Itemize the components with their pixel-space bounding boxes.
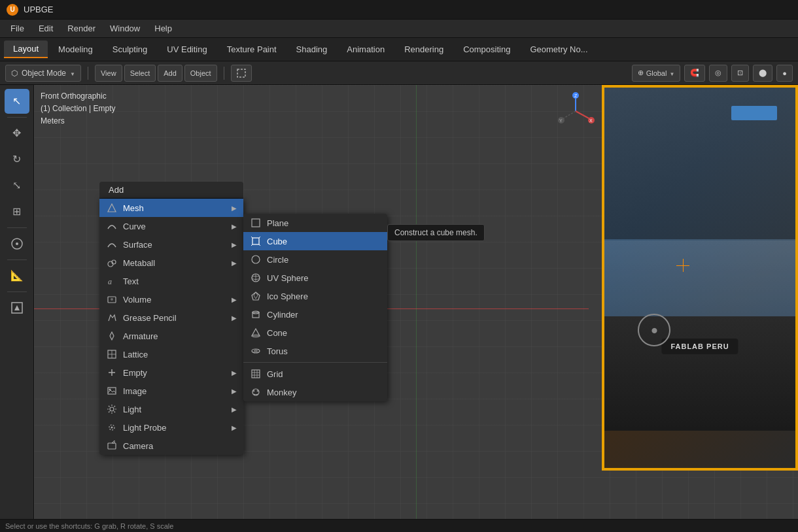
add-object-tool-btn[interactable] (5, 295, 29, 320)
tab-rendering[interactable]: Rendering (395, 41, 453, 58)
annotation-tool-btn[interactable] (5, 231, 29, 256)
menu-render[interactable]: Render (61, 22, 102, 35)
snap-btn[interactable]: 🧲 (684, 65, 705, 82)
view-button[interactable]: View (95, 65, 122, 82)
toolbar-separator-1 (88, 67, 88, 80)
select-button[interactable]: Select (124, 65, 156, 82)
svg-rect-0 (237, 69, 245, 77)
add-light-label: Light (123, 405, 141, 414)
add-metaball-label: Metaball (123, 258, 155, 268)
tab-sculpting[interactable]: Sculpting (103, 41, 156, 58)
collection-label: (1) Collection | Empty (41, 103, 116, 115)
menu-edit[interactable]: Edit (32, 22, 60, 35)
tab-layout[interactable]: Layout (4, 41, 48, 58)
mesh-cylinder-item[interactable]: Cylinder (243, 305, 387, 324)
tab-uv-editing[interactable]: UV Editing (158, 41, 216, 58)
add-mesh-item[interactable]: Mesh ▶ (99, 199, 243, 217)
transform-tool-btn[interactable]: ⊞ (5, 199, 29, 224)
nav-gizmo[interactable]: Z X Y (556, 91, 595, 131)
mesh-plane-label: Plane (267, 218, 288, 228)
add-curve-item[interactable]: Curve ▶ (99, 217, 243, 235)
add-light-probe-item[interactable]: Light Probe ▶ (99, 418, 243, 437)
scale-icon: ⤡ (12, 180, 21, 191)
uv-sphere-icon (250, 272, 262, 284)
mesh-cube-item[interactable]: Cube (243, 232, 387, 250)
transform-icon-left: ⊞ (12, 207, 21, 217)
nav-gizmo-icon: Z X Y (556, 91, 595, 131)
menu-help[interactable]: Help (148, 22, 179, 35)
tab-modeling[interactable]: Modeling (49, 41, 102, 58)
mesh-uv-sphere-item[interactable]: UV Sphere (243, 269, 387, 287)
add-image-item[interactable]: Image ▶ (99, 382, 243, 400)
mesh-plane-item[interactable]: Plane (243, 214, 387, 232)
tab-geometry-nodes[interactable]: Geometry No... (521, 41, 597, 58)
select-tool-btn[interactable]: ↖ (5, 89, 29, 114)
app-title: UPBGE (24, 5, 54, 14)
mesh-monkey-item[interactable]: Monkey (243, 383, 387, 401)
add-volume-item[interactable]: Volume ▶ (99, 290, 243, 308)
svg-point-2 (16, 242, 18, 245)
editor-type-selector[interactable]: ⬡ Object Mode (5, 65, 81, 82)
surface-icon (106, 239, 118, 250)
rotate-icon: ↻ (12, 154, 21, 165)
add-menu-header: Add (99, 182, 243, 199)
menu-window[interactable]: Window (103, 22, 147, 35)
mesh-icon (106, 202, 118, 214)
y-axis-line (416, 85, 417, 532)
add-light-probe-label: Light Probe (123, 423, 167, 433)
add-surface-item[interactable]: Surface ▶ (99, 235, 243, 254)
overlay-btn[interactable]: ⊡ (731, 65, 749, 82)
image-icon (106, 385, 118, 397)
cube-tooltip: Construct a cube mesh. (387, 224, 485, 241)
viewport-image-inner: FABLAB PERU ⬤ (603, 86, 797, 469)
add-camera-item[interactable]: Camera (99, 437, 243, 455)
add-light-item[interactable]: Light ▶ (99, 400, 243, 418)
viewport[interactable]: Front Orthographic (1) Collection | Empt… (34, 85, 798, 532)
title-bar: U UPBGE (0, 0, 798, 20)
mesh-grid-item[interactable]: Grid (243, 365, 387, 383)
proportional-btn[interactable]: ◎ (709, 65, 727, 82)
move-tool-btn[interactable]: ✥ (5, 121, 29, 146)
view-type-label: Front Orthographic (41, 90, 116, 103)
tab-animation[interactable]: Animation (338, 41, 394, 58)
tab-shading[interactable]: Shading (287, 41, 337, 58)
add-lattice-item[interactable]: Lattice (99, 345, 243, 363)
rotate-tool-btn[interactable]: ↻ (5, 147, 29, 172)
add-button[interactable]: Add (158, 65, 182, 82)
object-button[interactable]: Object (184, 65, 217, 82)
add-grease-pencil-item[interactable]: Grease Pencil ▶ (99, 308, 243, 327)
measure-tool-btn[interactable]: 📐 (5, 263, 29, 288)
svg-point-57 (254, 350, 258, 352)
main-layout: ↖ ✥ ↻ ⤡ ⊞ 📐 (0, 85, 798, 532)
light-probe-arrow-icon: ▶ (232, 424, 237, 431)
header-tabs: Layout Modeling Sculpting UV Editing Tex… (0, 38, 798, 61)
view-toolbar-group: View Select Add Object (95, 65, 217, 82)
svg-text:X: X (589, 118, 593, 123)
light-icon (106, 403, 118, 415)
menu-file[interactable]: File (4, 22, 31, 35)
add-armature-item[interactable]: Armature (99, 327, 243, 345)
tab-texture-paint[interactable]: Texture Paint (218, 41, 286, 58)
add-label: Add (164, 69, 177, 77)
svg-point-14 (108, 261, 113, 267)
add-empty-item[interactable]: Empty ▶ (99, 363, 243, 382)
transform-label: Global (646, 69, 667, 77)
add-armature-label: Armature (123, 331, 158, 341)
mesh-ico-sphere-item[interactable]: Ico Sphere (243, 287, 387, 305)
svg-line-45 (251, 244, 252, 246)
shading-solid-btn[interactable]: ● (776, 65, 793, 82)
tab-compositing[interactable]: Compositing (454, 41, 519, 58)
svg-line-43 (259, 237, 260, 238)
transform-icon: ⊕ (638, 69, 644, 77)
mesh-torus-item[interactable]: Torus (243, 342, 387, 360)
xray-btn[interactable]: ⬤ (753, 65, 772, 82)
add-text-item[interactable]: a Text (99, 272, 243, 290)
global-transform-btn[interactable]: ⊕ Global (632, 65, 681, 82)
select-box-btn[interactable] (231, 65, 252, 82)
scale-tool-btn[interactable]: ⤡ (5, 173, 29, 198)
mesh-circle-item[interactable]: Circle (243, 250, 387, 269)
annotation-icon (10, 237, 24, 250)
add-text-label: Text (123, 276, 139, 286)
mesh-cone-item[interactable]: Cone (243, 324, 387, 342)
add-metaball-item[interactable]: Metaball ▶ (99, 254, 243, 272)
